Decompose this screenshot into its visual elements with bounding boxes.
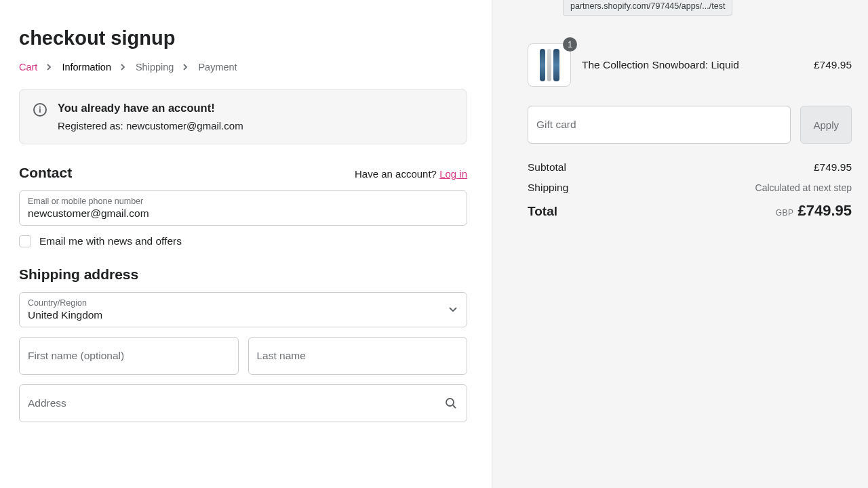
search-icon[interactable] [445,397,457,409]
breadcrumb-cart[interactable]: Cart [19,62,37,73]
product-price: £749.95 [814,59,852,71]
chevron-right-icon [121,64,126,70]
last-name-input[interactable] [257,350,459,362]
chevron-down-icon [449,307,457,312]
email-label: Email or mobile phone number [28,197,458,206]
apply-button[interactable]: Apply [800,106,852,144]
last-name-field[interactable] [248,337,468,375]
shipping-address-heading: Shipping address [19,266,138,283]
subtotal-value: £749.95 [814,161,852,174]
line-item: 1 The Collection Snowboard: Liquid £749.… [528,43,852,87]
address-field[interactable] [19,384,467,422]
subscribe-label: Email me with news and offers [39,235,182,247]
first-name-field[interactable] [19,337,239,375]
checkout-main: checkout signup Cart Information Shippin… [0,0,492,488]
breadcrumb-shipping: Shipping [136,62,174,73]
subscribe-checkbox[interactable] [19,235,31,247]
gift-card-field[interactable] [528,106,791,144]
total-currency: GBP [776,208,794,218]
order-summary: partners.shopify.com/797445/apps/.../tes… [492,0,868,488]
breadcrumb-payment: Payment [198,62,237,73]
address-input[interactable] [28,397,458,409]
page-title: checkout signup [19,27,467,49]
chevron-right-icon [183,64,189,70]
total-label: Total [528,204,557,219]
breadcrumb-information: Information [62,62,111,73]
account-exists-notice: i You already have an account! Registere… [19,89,467,144]
url-tooltip: partners.shopify.com/797445/apps/.../tes… [563,0,732,16]
info-icon: i [33,103,47,117]
svg-point-0 [446,399,454,406]
svg-line-1 [453,405,456,408]
notice-title: You already have an account! [58,102,243,115]
email-input[interactable] [28,207,458,220]
product-thumbnail [528,43,571,87]
quantity-badge: 1 [563,37,577,52]
shipping-label: Shipping [528,182,568,194]
total-value: £749.95 [797,202,852,219]
notice-subtext: Registered as: newcustomer@gmail.com [58,120,243,131]
chevron-right-icon [47,64,52,70]
shipping-value: Calculated at next step [755,182,852,193]
country-value: United Kingdom [28,309,458,321]
country-label: Country/Region [28,298,458,308]
gift-card-input[interactable] [536,119,782,131]
contact-heading: Contact [19,165,72,181]
have-account-text: Have an account? [355,168,439,180]
email-field[interactable]: Email or mobile phone number [19,190,467,226]
country-select[interactable]: Country/Region United Kingdom [19,292,467,327]
breadcrumb: Cart Information Shipping Payment [19,62,467,73]
login-link[interactable]: Log in [439,168,467,180]
first-name-input[interactable] [28,350,230,362]
subtotal-label: Subtotal [528,161,566,174]
product-name: The Collection Snowboard: Liquid [582,59,803,71]
